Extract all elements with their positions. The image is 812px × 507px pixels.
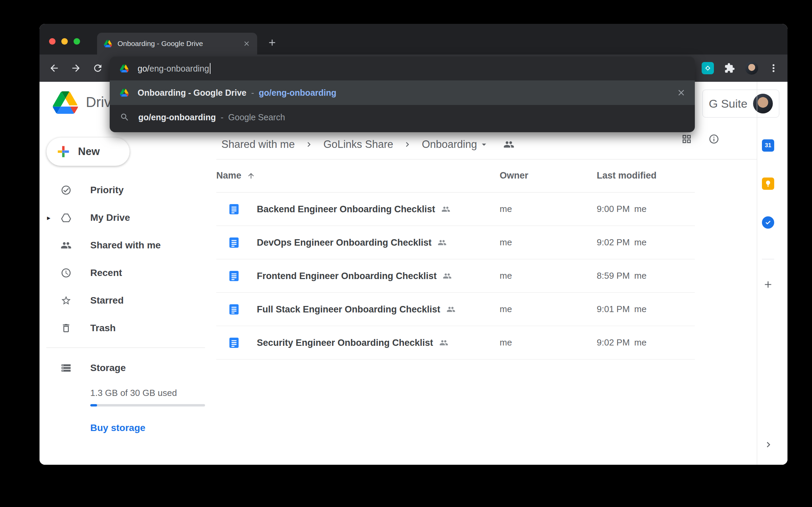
drive-logo-icon[interactable] — [53, 91, 78, 114]
sidebar-item-label: Recent — [90, 267, 122, 278]
text-caret — [210, 63, 210, 74]
forward-icon[interactable] — [69, 61, 83, 75]
shared-indicator-icon — [447, 305, 455, 314]
teal-extension-icon[interactable] — [702, 62, 714, 74]
breadcrumb-golinks-share[interactable]: GoLinks Share — [323, 138, 393, 151]
sidebar-item-trash[interactable]: Trash — [40, 314, 212, 342]
omnibox-dropdown: go/eng-onboarding Onboarding - Google Dr… — [110, 57, 695, 132]
tab-strip: Onboarding - Google Drive — [40, 24, 787, 55]
breadcrumb-shared-with-me[interactable]: Shared with me — [221, 138, 295, 151]
file-row[interactable]: Full Stack Engineer Onboarding Checklist… — [216, 293, 695, 326]
file-modified-time: 9:01 PM — [597, 304, 630, 314]
suggestion-row-search[interactable]: go/eng-onboarding - Google Search — [110, 105, 695, 129]
google-docs-icon — [228, 270, 240, 282]
file-owner: me — [500, 237, 512, 248]
omnibox-input[interactable]: go/eng-onboarding — [110, 57, 695, 80]
new-button-label: New — [78, 145, 100, 158]
sidebar-item-storage[interactable]: Storage — [40, 354, 212, 382]
calendar-day-label: 31 — [765, 142, 771, 149]
file-row[interactable]: Backend Engineer Onboarding Checklist me… — [216, 193, 695, 226]
sidebar-item-recent[interactable]: Recent — [40, 259, 212, 287]
suggestion-title: Onboarding - Google Drive — [138, 88, 246, 98]
google-docs-icon — [228, 203, 240, 215]
file-owner: me — [500, 271, 512, 281]
calendar-icon[interactable]: 31 — [762, 139, 774, 152]
sidebar-nav: Priority ▸ My Drive Shared with me Recen… — [40, 176, 212, 342]
new-button[interactable]: New — [46, 137, 130, 166]
suggestion-separator: - — [221, 112, 223, 122]
dropdown-caret-icon[interactable] — [479, 139, 489, 150]
file-modified-by: me — [634, 237, 646, 248]
browser-profile-avatar[interactable] — [745, 62, 758, 75]
new-tab-button[interactable] — [267, 37, 277, 48]
back-icon[interactable] — [47, 61, 61, 75]
file-owner: me — [500, 304, 512, 314]
google-docs-icon — [228, 337, 240, 349]
folder-shared-icon — [503, 139, 514, 150]
info-icon[interactable] — [708, 134, 719, 144]
browser-menu-icon[interactable] — [768, 63, 779, 73]
browser-tab[interactable]: Onboarding - Google Drive — [97, 33, 257, 55]
breadcrumb-onboarding[interactable]: Onboarding — [422, 138, 477, 151]
file-row[interactable]: Frontend Engineer Onboarding Checklist m… — [216, 259, 695, 293]
suggestion-row-drive[interactable]: Onboarding - Google Drive - go/eng-onboa… — [110, 80, 695, 105]
file-name: DevOps Engineer Onboarding Checklist — [257, 237, 432, 248]
file-name: Frontend Engineer Onboarding Checklist — [257, 271, 437, 281]
sidebar-item-label: Shared with me — [90, 240, 161, 251]
column-header-name[interactable]: Name — [216, 170, 241, 181]
zoom-window-button[interactable] — [74, 38, 80, 45]
table-header-row: Name Owner Last modified — [216, 159, 695, 193]
remove-suggestion-icon[interactable] — [676, 88, 686, 97]
close-window-button[interactable] — [49, 38, 56, 45]
sidebar-item-label: Priority — [90, 185, 124, 196]
file-modified-time: 9:00 PM — [597, 204, 630, 214]
sidebar-item-shared-with-me[interactable]: Shared with me — [40, 231, 212, 259]
extensions-puzzle-icon[interactable] — [724, 63, 735, 74]
file-modified-time: 9:02 PM — [597, 237, 630, 248]
storage-usage-text: 1.3 GB of 30 GB used — [90, 388, 177, 398]
minimize-window-button[interactable] — [61, 38, 68, 45]
sidebar-item-starred[interactable]: Starred — [40, 287, 212, 314]
check-circle-icon — [61, 185, 72, 196]
expander-triangle-icon[interactable]: ▸ — [47, 214, 50, 222]
drive-favicon-icon — [120, 89, 129, 97]
tasks-icon[interactable] — [762, 216, 774, 229]
buy-storage-link[interactable]: Buy storage — [90, 422, 145, 433]
keep-lightbulb-icon[interactable] — [762, 178, 774, 190]
sidebar-item-my-drive[interactable]: ▸ My Drive — [40, 204, 212, 231]
window-controls — [49, 38, 80, 45]
file-owner: me — [500, 204, 512, 214]
collapse-panel-chevron-icon[interactable] — [763, 439, 774, 450]
reload-icon[interactable] — [91, 61, 105, 75]
desktop-background: Onboarding - Google Drive — [0, 0, 812, 507]
toolbar-extensions-area — [702, 55, 779, 82]
file-name: Backend Engineer Onboarding Checklist — [257, 204, 435, 215]
column-header-owner[interactable]: Owner — [500, 170, 528, 181]
file-row[interactable]: Security Engineer Onboarding Checklist m… — [216, 326, 695, 359]
suggestion-separator: - — [251, 88, 254, 98]
omnibox-completion-text: eng-onboarding — [150, 64, 209, 74]
storage-progress-fill — [90, 404, 97, 406]
sidebar-item-label: Starred — [90, 295, 124, 306]
clock-icon — [61, 267, 72, 278]
suggestion-url: go/eng-onboarding — [259, 88, 337, 98]
add-addon-icon[interactable] — [762, 278, 774, 291]
grid-view-icon[interactable] — [681, 134, 692, 144]
sidebar-item-label: My Drive — [90, 212, 130, 223]
star-icon — [61, 295, 72, 306]
tab-title: Onboarding - Google Drive — [118, 40, 203, 48]
side-panel-separator — [762, 259, 774, 259]
view-actions — [681, 134, 719, 144]
sort-ascending-icon[interactable] — [247, 172, 255, 180]
omnibox-typed-text: go/ — [138, 64, 150, 74]
drive-favicon-icon — [120, 64, 129, 73]
drive-profile-avatar[interactable] — [753, 94, 773, 113]
file-modified-by: me — [634, 337, 646, 348]
storage-icon — [61, 363, 72, 373]
sidebar-item-label: Storage — [90, 363, 126, 373]
tab-close-icon[interactable] — [243, 40, 250, 47]
file-table: Name Owner Last modified Backend Enginee… — [216, 159, 695, 359]
column-header-last-modified[interactable]: Last modified — [597, 170, 657, 181]
file-row[interactable]: DevOps Engineer Onboarding Checklist me … — [216, 226, 695, 259]
sidebar-item-priority[interactable]: Priority — [40, 176, 212, 204]
